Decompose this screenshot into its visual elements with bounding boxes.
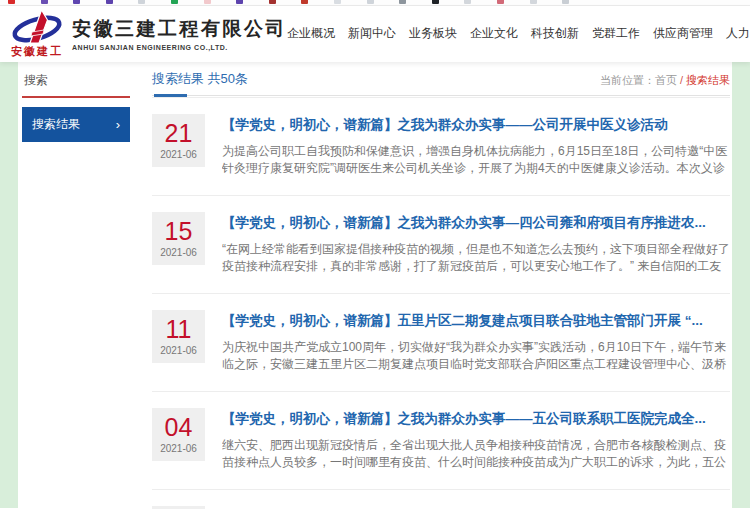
nav-item-tech-innovation[interactable]: 科技创新 xyxy=(531,25,579,42)
sidebar: 搜索 搜索结果 › xyxy=(22,62,148,508)
divider-accent xyxy=(154,94,187,97)
page-background: 搜索 搜索结果 › 搜索结果 共50条 当前位置：首页/搜索结果 21 2021… xyxy=(0,62,750,508)
news-title-link[interactable]: 【学党史，明初心，谱新篇】五里片区二期复建点项目联合驻地主管部门开展 “... xyxy=(222,312,730,330)
favicon-icon[interactable] xyxy=(138,0,145,4)
favicon-icon[interactable] xyxy=(73,0,80,4)
news-title-link[interactable]: 【学党史，明初心，谱新篇】之我为群众办实事——公司开展中医义诊活动 xyxy=(222,116,730,134)
company-name-block: 安徽三建工程有限公司 ANHUI SANJIAN ENGINEERING CO.… xyxy=(72,16,287,51)
news-list-item[interactable]: 04 2021-06 【学党史，明初心，谱新篇】之我为群众办实事——关爱孤寡老人… xyxy=(152,489,730,509)
company-logo[interactable]: 安徽建工 xyxy=(10,8,64,59)
news-title-link[interactable]: 【学党史，明初心，谱新篇】之我为群众办实事——五公司联系职工医院完成全... xyxy=(222,410,730,428)
news-list-item[interactable]: 04 2021-06 【学党史，明初心，谱新篇】之我为群众办实事——五公司联系职… xyxy=(152,391,730,489)
favicon-icon[interactable] xyxy=(399,0,406,4)
breadcrumb-current[interactable]: 搜索结果 xyxy=(686,74,730,86)
logo-brand-text: 安徽建工 xyxy=(11,44,63,59)
news-list-item[interactable]: 15 2021-06 【学党史，明初心，谱新篇】之我为群众办实事—四公司雍和府项… xyxy=(152,195,730,293)
favicon-icon[interactable] xyxy=(204,0,211,4)
date-box: 11 2021-06 xyxy=(152,310,205,363)
breadcrumb-prefix: 当前位置： xyxy=(600,74,655,86)
sidebar-item-search-results[interactable]: 搜索结果 › xyxy=(22,107,130,142)
nav-item-company-overview[interactable]: 企业概况 xyxy=(287,25,335,42)
results-divider xyxy=(152,94,730,97)
date-month: 2021-06 xyxy=(160,149,197,160)
logo-mark-icon xyxy=(10,8,64,46)
site-header: 安徽建工 安徽三建工程有限公司 ANHUI SANJIAN ENGINEERIN… xyxy=(0,6,750,62)
favicon-icon[interactable] xyxy=(236,0,243,4)
sidebar-item-label: 搜索结果 xyxy=(32,116,80,133)
news-excerpt: 为庆祝中国共产党成立100周年，切实做好“我为群众办实事”实践活动，6月10日下… xyxy=(222,339,730,373)
news-excerpt: 继六安、肥西出现新冠疫情后，全省出现大批人员争相接种疫苗情况，合肥市各核酸检测点… xyxy=(222,437,730,471)
company-name-cn: 安徽三建工程有限公司 xyxy=(72,16,287,42)
date-month: 2021-06 xyxy=(160,345,197,356)
nav-item-supplier-mgmt[interactable]: 供应商管理 xyxy=(653,25,713,42)
news-list-item[interactable]: 11 2021-06 【学党史，明初心，谱新篇】五里片区二期复建点项目联合驻地主… xyxy=(152,293,730,391)
favicon-icon[interactable] xyxy=(497,0,504,4)
main-nav: 企业概况 新闻中心 业务板块 企业文化 科技创新 党群工作 供应商管理 人力资源 xyxy=(287,21,750,46)
nav-item-culture[interactable]: 企业文化 xyxy=(470,25,518,42)
date-box: 04 2021-06 xyxy=(152,408,205,461)
favicon-icon[interactable] xyxy=(464,0,471,4)
favicon-icon[interactable] xyxy=(367,0,374,4)
date-day: 11 xyxy=(166,317,192,342)
date-day: 04 xyxy=(165,415,193,440)
date-day: 15 xyxy=(165,219,193,244)
news-body: 【学党史，明初心，谱新篇】之我为群众办实事—四公司雍和府项目有序推进农... “… xyxy=(222,212,730,275)
nav-item-hr[interactable]: 人力资源 xyxy=(726,25,750,42)
company-name-en: ANHUI SANJIAN ENGINEERING CO.,LTD. xyxy=(72,44,287,51)
news-excerpt: “在网上经常能看到国家提倡接种疫苗的视频，但是也不知道怎么去预约，这下项目部全程… xyxy=(222,241,730,275)
favicon-icon[interactable] xyxy=(301,0,308,4)
nav-item-business[interactable]: 业务板块 xyxy=(409,25,457,42)
breadcrumb-separator: / xyxy=(680,74,683,86)
favicon-icon[interactable] xyxy=(41,0,48,4)
date-month: 2021-06 xyxy=(160,443,197,454)
breadcrumb-home-link[interactable]: 首页 xyxy=(655,74,677,86)
nav-item-news-center[interactable]: 新闻中心 xyxy=(348,25,396,42)
favicon-icon[interactable] xyxy=(171,0,178,4)
results-title: 搜索结果 共50条 xyxy=(152,70,248,88)
favicon-icon[interactable] xyxy=(334,0,341,4)
content-wrapper: 搜索 搜索结果 › 搜索结果 共50条 当前位置：首页/搜索结果 21 2021… xyxy=(18,62,732,508)
sidebar-rule xyxy=(22,96,130,98)
news-body: 【学党史，明初心，谱新篇】之我为群众办实事——五公司联系职工医院完成全... 继… xyxy=(222,408,730,471)
breadcrumb: 当前位置：首页/搜索结果 xyxy=(600,73,730,88)
date-day: 21 xyxy=(165,121,193,146)
date-month: 2021-06 xyxy=(160,247,197,258)
nav-item-party-work[interactable]: 党群工作 xyxy=(592,25,640,42)
news-title-link[interactable]: 【学党史，明初心，谱新篇】之我为群众办实事—四公司雍和府项目有序推进农... xyxy=(222,214,730,232)
sidebar-title: 搜索 xyxy=(22,72,130,89)
favicon-icon[interactable] xyxy=(269,0,276,4)
results-header: 搜索结果 共50条 当前位置：首页/搜索结果 xyxy=(152,64,730,88)
news-excerpt: 为提高公司职工自我预防和保健意识，增强自身机体抗病能力，6月15日至18日，公司… xyxy=(222,143,730,177)
date-box: 15 2021-06 xyxy=(152,212,205,265)
chevron-right-icon: › xyxy=(116,120,120,130)
date-box: 21 2021-06 xyxy=(152,114,205,167)
favicon-icon[interactable] xyxy=(8,0,15,4)
news-list-item[interactable]: 21 2021-06 【学党史，明初心，谱新篇】之我为群众办实事——公司开展中医… xyxy=(152,97,730,195)
favicon-icon[interactable] xyxy=(106,0,113,4)
favicon-icon[interactable] xyxy=(530,0,537,4)
news-body: 【学党史，明初心，谱新篇】五里片区二期复建点项目联合驻地主管部门开展 “... … xyxy=(222,310,730,373)
news-body: 【学党史，明初心，谱新篇】之我为群众办实事——公司开展中医义诊活动 为提高公司职… xyxy=(222,114,730,177)
favicon-icon[interactable] xyxy=(562,0,569,4)
main-column: 搜索结果 共50条 当前位置：首页/搜索结果 21 2021-06 【学党史，明… xyxy=(148,62,732,508)
favicon-icon[interactable] xyxy=(432,0,439,4)
